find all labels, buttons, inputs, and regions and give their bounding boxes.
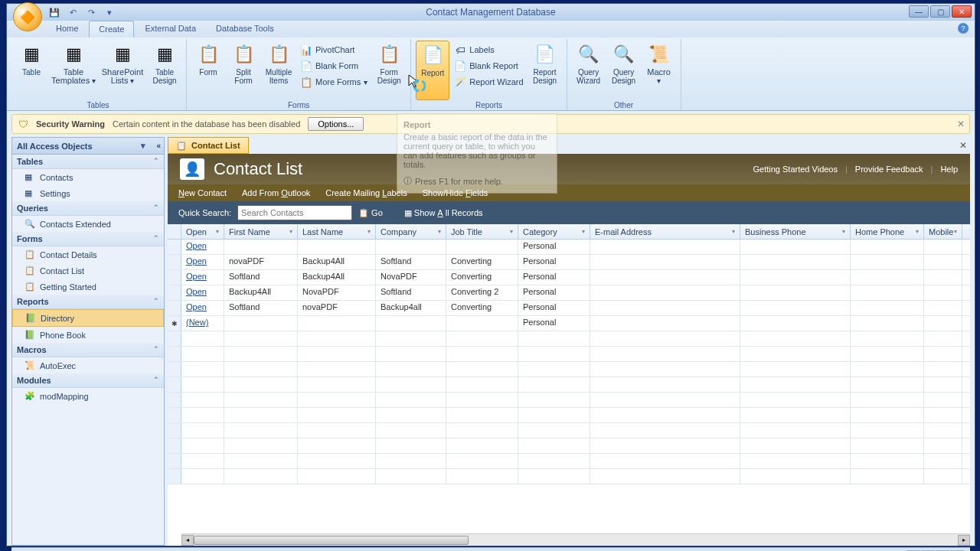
split-form-button[interactable]: 📋Split Form: [227, 41, 260, 100]
blank-form-button[interactable]: 📄Blank Form: [297, 58, 371, 73]
column-home-phone[interactable]: Home Phone▾: [851, 224, 924, 239]
report-design-button[interactable]: 📄Report Design: [528, 41, 562, 100]
row-selector[interactable]: [168, 301, 181, 315]
qat-customize-icon[interactable]: ▾: [102, 5, 117, 19]
nav-group-reports[interactable]: Reports⌃: [12, 295, 164, 309]
cell[interactable]: [851, 316, 924, 331]
blank-report-button[interactable]: 📄Blank Report: [451, 58, 526, 73]
table-button[interactable]: ▦Table: [15, 41, 48, 100]
column-e-mail-address[interactable]: E-mail Address▾: [590, 224, 740, 239]
macro-button[interactable]: 📜Macro▾: [642, 41, 676, 100]
minimize-button[interactable]: —: [909, 5, 929, 18]
table-row[interactable]: OpenBackup4AllNovaPDFSoftlandConverting …: [168, 285, 970, 301]
search-input[interactable]: [237, 205, 352, 220]
cell[interactable]: [376, 316, 446, 331]
cell[interactable]: Open: [181, 270, 224, 285]
column-open[interactable]: Open▾: [181, 224, 224, 239]
report-wizard-button[interactable]: 🪄Report Wizard: [451, 74, 526, 90]
new-row[interactable]: ✱(New)Personal: [168, 316, 970, 331]
tab-external-data[interactable]: External Data: [136, 21, 205, 37]
cell[interactable]: (New): [181, 316, 224, 331]
link-help[interactable]: Help: [940, 165, 958, 174]
security-options-button[interactable]: Options...: [308, 117, 364, 131]
cell[interactable]: Personal: [518, 316, 590, 331]
cell[interactable]: [298, 316, 376, 331]
column-last-name[interactable]: Last Name▾: [298, 224, 376, 239]
cell[interactable]: Open: [181, 301, 224, 315]
row-selector[interactable]: [168, 255, 181, 269]
cell[interactable]: [446, 316, 518, 331]
scroll-right-icon[interactable]: ▸: [958, 535, 970, 546]
link-provide-feedback[interactable]: Provide Feedback: [855, 165, 923, 174]
form-button[interactable]: 📋Form: [191, 41, 225, 100]
link-getting-started[interactable]: Getting Started Videos: [753, 165, 838, 174]
row-selector[interactable]: [168, 270, 181, 285]
tab-database-tools[interactable]: Database Tools: [207, 21, 283, 37]
nav-item-directory[interactable]: 📗Directory: [12, 309, 164, 327]
tab-create[interactable]: Create: [89, 21, 134, 37]
query-wizard-button[interactable]: 🔍Query Wizard: [572, 41, 606, 100]
add-from-outlook-button[interactable]: Add From Outlook: [242, 188, 310, 197]
save-icon[interactable]: 💾: [47, 5, 62, 19]
undo-icon[interactable]: ↶: [65, 5, 80, 19]
nav-group-forms[interactable]: Forms⌃: [12, 232, 164, 246]
nav-item-contacts[interactable]: ▦Contacts: [12, 169, 164, 185]
cell[interactable]: Open: [181, 285, 224, 300]
doc-tab-contact-list[interactable]: 📋 Contact List: [168, 137, 249, 154]
column-company[interactable]: Company▾: [376, 224, 446, 239]
new-contact-button[interactable]: New Contact: [178, 188, 227, 197]
office-button[interactable]: 🔶: [13, 2, 42, 31]
nav-group-tables[interactable]: Tables⌃: [12, 155, 164, 169]
nav-header[interactable]: All Access Objects ▾ «: [12, 138, 164, 155]
nav-item-contacts-extended[interactable]: 🔍Contacts Extended: [12, 216, 164, 232]
doc-close-icon[interactable]: ✕: [959, 140, 967, 151]
maximize-button[interactable]: ▢: [930, 5, 950, 18]
collapse-icon[interactable]: «: [156, 142, 161, 150]
nav-item-autoexec[interactable]: 📜AutoExec: [12, 357, 164, 373]
more-forms-button[interactable]: 📋More Forms ▾: [297, 74, 371, 90]
tab-home[interactable]: Home: [47, 21, 87, 37]
sharepoint-lists-button[interactable]: ▦SharePoint Lists ▾: [99, 41, 146, 100]
scroll-thumb[interactable]: [194, 536, 469, 545]
nav-item-contact-list[interactable]: 📋Contact List: [12, 262, 164, 279]
nav-item-phone-book[interactable]: 📗Phone Book: [12, 327, 164, 343]
cell[interactable]: [224, 316, 298, 331]
report-button[interactable]: 📄Report: [416, 41, 449, 100]
close-button[interactable]: ✕: [952, 5, 972, 18]
go-button[interactable]: 📋 Go: [358, 208, 383, 218]
show-all-button[interactable]: ▦ Show All Records: [404, 208, 483, 218]
column-first-name[interactable]: First Name▾: [224, 224, 298, 239]
nav-group-modules[interactable]: Modules⌃: [12, 373, 164, 388]
cell[interactable]: [924, 316, 962, 331]
nav-item-settings[interactable]: ▦Settings: [12, 185, 164, 201]
row-selector[interactable]: [168, 285, 181, 300]
table-row[interactable]: OpenPersonal: [168, 240, 970, 255]
create-labels-button[interactable]: Create Mailing Labels: [325, 188, 407, 197]
row-selector[interactable]: [168, 240, 181, 254]
cell[interactable]: [740, 316, 851, 331]
query-design-button[interactable]: 🔍Query Design: [607, 41, 641, 100]
table-row[interactable]: OpennovaPDFBackup4AllSoftlandConvertingP…: [168, 255, 970, 270]
cell[interactable]: [590, 316, 740, 331]
nav-group-macros[interactable]: Macros⌃: [12, 343, 164, 357]
scroll-left-icon[interactable]: ◂: [181, 535, 194, 546]
security-close-icon[interactable]: ✕: [957, 119, 965, 129]
nav-item-modmapping[interactable]: 🧩modMapping: [12, 388, 164, 404]
column-business-phone[interactable]: Business Phone▾: [740, 224, 851, 239]
multiple-items-button[interactable]: 📋Multiple Items: [262, 41, 296, 100]
nav-item-contact-details[interactable]: 📋Contact Details: [12, 246, 164, 262]
horizontal-scrollbar[interactable]: ◂ ▸: [181, 533, 970, 546]
table-design-button[interactable]: ▦Table Design: [148, 41, 181, 100]
table-templates-button[interactable]: ▦Table Templates ▾: [50, 41, 97, 100]
column-job-title[interactable]: Job Title▾: [446, 224, 518, 239]
labels-button[interactable]: 🏷Labels: [451, 42, 526, 57]
column-mobile[interactable]: Mobile▾: [924, 224, 962, 239]
nav-item-getting-started[interactable]: 📋Getting Started: [12, 279, 164, 295]
cell[interactable]: Open: [181, 255, 224, 269]
table-row[interactable]: OpenSoftlandnovaPDFBackup4allConvertingP…: [168, 301, 970, 316]
pivotchart-button[interactable]: 📊PivotChart: [297, 42, 371, 57]
column-category[interactable]: Category▾: [518, 224, 590, 239]
nav-group-queries[interactable]: Queries⌃: [12, 201, 164, 216]
cell[interactable]: Open: [181, 240, 224, 254]
form-design-button[interactable]: 📋Form Design: [372, 41, 406, 100]
